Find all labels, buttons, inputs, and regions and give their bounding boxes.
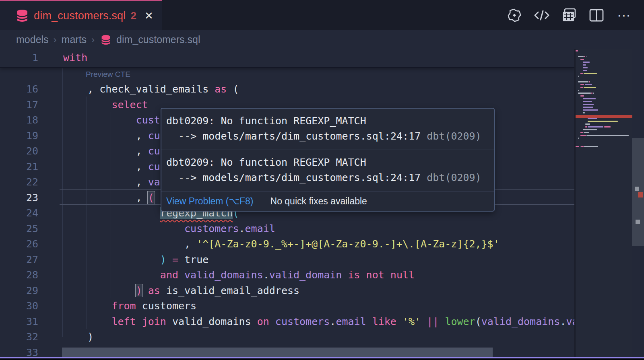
- horizontal-scrollbar[interactable]: [62, 348, 493, 357]
- line-number[interactable]: 28: [0, 267, 38, 283]
- code-line[interactable]: 31 left join valid_domains on customers.…: [0, 314, 574, 329]
- code-token: [63, 254, 160, 265]
- code-line[interactable]: 25 customers.email: [0, 221, 574, 237]
- minimap[interactable]: [574, 49, 632, 360]
- diagnostic-code: dbt(0209): [421, 172, 481, 183]
- code-line[interactable]: 26 , '^[A-Za-z0-9._%+-]+@[A-Za-z0-9.-]+\…: [0, 236, 574, 252]
- line-number[interactable]: 23: [0, 190, 38, 206]
- minimap-line: [585, 123, 590, 125]
- vertical-scrollbar[interactable]: [631, 49, 644, 360]
- line-number[interactable]: 22: [0, 174, 38, 190]
- line-number[interactable]: 20: [0, 143, 38, 159]
- code-line[interactable]: 27 ) = true: [0, 252, 574, 267]
- minimap-line: [584, 146, 598, 147]
- minimap-line: [580, 59, 584, 60]
- code-token: , check_valid_emails: [63, 83, 215, 95]
- code-token: ,: [63, 145, 148, 157]
- code-token: [396, 316, 402, 327]
- code-text: , '^[A-Za-z0-9._%+-]+@[A-Za-z0-9.-]+\.[A…: [60, 236, 500, 252]
- minimap-line: [578, 138, 579, 139]
- line-number[interactable]: 24: [0, 205, 38, 221]
- view-problem-link[interactable]: View Problem (⌥F8): [166, 196, 254, 207]
- code-token: ||: [427, 316, 439, 327]
- code-token: [421, 316, 427, 327]
- more-actions-icon[interactable]: ⋯: [616, 7, 632, 23]
- code-token: and: [160, 269, 178, 281]
- minimap-line: [583, 98, 596, 99]
- line-number[interactable]: 26: [0, 236, 38, 252]
- quick-fix-hint: No quick fixes available: [270, 196, 367, 207]
- minimap-line: [578, 56, 584, 57]
- code-token: (: [148, 192, 154, 204]
- code-token: left join: [111, 316, 166, 327]
- minimap-line: [583, 109, 598, 111]
- code-token: valid_domains: [184, 269, 263, 281]
- breadcrumb-item-file[interactable]: dim_customers.sql: [116, 34, 200, 45]
- line-number[interactable]: 32: [0, 329, 38, 345]
- code-token: [142, 285, 148, 296]
- code-text: , va: [60, 174, 160, 190]
- code-token: email: [245, 223, 275, 235]
- code-token: is_valid_email_address: [160, 285, 299, 296]
- line-number[interactable]: 29: [0, 283, 38, 298]
- scrollbar-thumb[interactable]: [632, 138, 644, 246]
- code-token: [63, 114, 136, 126]
- dbt-logo-icon[interactable]: [506, 7, 522, 23]
- line-number[interactable]: 31: [0, 314, 38, 329]
- tab-close-icon[interactable]: ✕: [144, 10, 153, 22]
- code-text: customers.email: [60, 221, 275, 237]
- diagnostic-text: dbt0209: No function REGEXP_MATCH: [166, 156, 366, 168]
- minimap-line: [576, 50, 578, 51]
- code-token: cu: [148, 130, 160, 142]
- line-number[interactable]: 25: [0, 221, 38, 237]
- sticky-scroll-line[interactable]: 1 with: [0, 49, 574, 68]
- code-line[interactable]: 16 , check_valid_emails as (: [0, 81, 574, 97]
- code-token: [439, 316, 445, 327]
- line-number[interactable]: 19: [0, 128, 38, 144]
- editor-actions: ⋯: [506, 0, 632, 30]
- code-token: customers: [275, 316, 330, 327]
- minimap-line: [583, 70, 587, 71]
- line-number[interactable]: 21: [0, 159, 38, 175]
- code-icon[interactable]: [534, 7, 550, 23]
- query-results-icon[interactable]: [561, 7, 577, 23]
- line-number[interactable]: 1: [0, 49, 38, 66]
- code-line[interactable]: 30 from customers: [0, 298, 574, 314]
- code-token: (: [227, 83, 239, 95]
- code-token: customers: [184, 223, 239, 235]
- diagnostic-text: dbt0209: No function REGEXP_MATCH: [166, 115, 366, 127]
- code-token: va: [148, 176, 160, 188]
- minimap-line: [588, 126, 603, 128]
- diagnostic-message: dbt0209: No function REGEXP_MATCH --> mo…: [161, 150, 494, 191]
- code-token: valid_domain: [566, 316, 574, 327]
- split-editor-icon[interactable]: [588, 7, 605, 23]
- code-line[interactable]: 28 and valid_domains.valid_domain is not…: [0, 267, 574, 283]
- code-text: cust: [60, 112, 160, 128]
- code-line[interactable]: 29 ) as is_valid_email_address: [0, 283, 574, 298]
- editor-pane[interactable]: 16 , check_valid_emails as (17 select18 …: [0, 49, 644, 360]
- breadcrumb-item-models[interactable]: models: [16, 34, 49, 45]
- hover-status-bar: View Problem (⌥F8) No quick fixes availa…: [161, 191, 494, 211]
- code-token: ,: [63, 238, 196, 250]
- code-token: ): [136, 285, 142, 296]
- minimap-line: [583, 101, 592, 102]
- tab-dim-customers-sql[interactable]: dim_customers.sql 2 ✕: [0, 0, 162, 30]
- code-line[interactable]: 32 ): [0, 329, 574, 345]
- code-token: ): [160, 254, 166, 265]
- minimap-line: [585, 126, 587, 128]
- breadcrumb-item-marts[interactable]: marts: [62, 34, 87, 45]
- line-number[interactable]: 30: [0, 298, 38, 314]
- chevron-right-icon: ›: [91, 34, 95, 45]
- minimap-line: [583, 107, 593, 108]
- line-number[interactable]: 27: [0, 252, 38, 267]
- code-token: [63, 285, 136, 296]
- code-token: .: [560, 316, 566, 327]
- code-token: on: [257, 316, 269, 327]
- code-token: [63, 99, 111, 111]
- code-token: as: [148, 285, 160, 296]
- code-token: valid_domains: [481, 316, 560, 327]
- minimap-line: [586, 56, 587, 57]
- preview-cte-codelens[interactable]: Preview CTE: [86, 70, 130, 79]
- code-text: ): [60, 329, 93, 345]
- code-token: ,: [63, 130, 148, 142]
